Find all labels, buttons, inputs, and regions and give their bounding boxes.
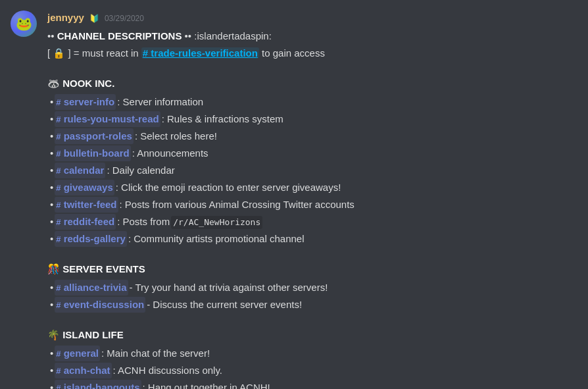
bullet-dots: •• [47,30,55,41]
channel-link-general[interactable]: # general [55,346,100,361]
island-life-title: ISLAND LIFE [62,329,124,340]
channel-descriptions-header: •• CHANNEL DESCRIPTIONS •• :islandertada… [47,28,577,44]
channel-link-reddit[interactable]: # reddit-feed [55,214,116,230]
section-nook-inc-header: 🦝 NOOK INC. [47,76,577,91]
username: jennyyy [47,11,84,26]
bracket-open: [ [47,47,50,59]
island-emoji: :islandertadaspin: [194,30,272,41]
channel-desc-giveaways: : Click the emoji reaction to enter serv… [116,180,341,195]
message-content: •• CHANNEL DESCRIPTIONS •• :islandertada… [47,28,577,390]
bracket-close: ] [68,47,71,59]
channel-twitter-feed: • # twitter-feed : Posts from various An… [50,197,577,213]
nook-title: NOOK INC. [62,78,114,89]
events-title: SERVER EVENTS [62,263,145,274]
channel-desc-general: : Main chat of the server! [101,346,210,361]
channel-server-info: • # server-info : Server information [50,94,577,110]
avatar: 🐸 [11,11,37,37]
message-container: 🐸 jennyyy 🔰 03/29/2020 •• CHANNEL DESCRI… [0,0,588,389]
channel-passport-roles: • # passport-roles : Select roles here! [50,128,577,144]
channel-rules: • # rules-you-must-read : Rules & infrac… [50,111,577,127]
channel-island-hangouts: • # island-hangouts : Hang out together … [50,380,577,390]
channel-giveaways: • # giveaways : Click the emoji reaction… [50,180,577,195]
channel-reddit-feed: • # reddit-feed : Posts from /r/AC_NewHo… [50,214,577,230]
bullet-dots-2: •• [185,30,192,41]
bullet-dot: • [50,231,53,247]
bullet-dot: • [50,297,53,313]
bullet-dot: • [50,363,53,378]
channel-desc-event-disc: - Discuss the current server events! [147,297,302,313]
bullet-dot: • [50,380,53,390]
bullet-dot: • [50,346,53,361]
channel-desc-passport: : Select roles here! [135,128,217,144]
channel-desc-trivia: - Try your hand at trivia against other … [130,280,328,296]
channel-link-hangouts[interactable]: # island-hangouts [55,380,141,390]
channel-general: • # general : Main chat of the server! [50,346,577,361]
lock-line: [ 🔒 ] = must react in # trade-rules-veri… [47,45,577,61]
channel-link-rules[interactable]: # rules-you-must-read [55,111,160,127]
channel-link-event-disc[interactable]: # event-discussion [55,297,145,313]
channel-acnh-chat: • # acnh-chat : ACNH discussions only. [50,363,577,378]
channel-redds-gallery: • # redds-gallery : Community artists pr… [50,231,577,247]
channel-link-giveaways[interactable]: # giveaways [55,180,114,195]
lock-suffix: to gain access [262,47,325,59]
bullet-dot: • [50,128,53,144]
channel-desc-server-info: : Server information [117,94,203,110]
channel-bulletin-board: • # bulletin-board : Announcements [50,145,577,161]
channel-desc-acnh: : ACNH discussions only. [113,363,222,378]
nook-emoji: 🦝 [47,78,62,89]
bullet-dot: • [50,111,53,127]
verification-channel-link[interactable]: # trade-rules-verification [141,47,259,59]
channel-link-bulletin[interactable]: # bulletin-board [55,145,130,161]
lock-emoji: 🔒 [53,47,68,59]
section-server-events-header: 🎊 SERVER EVENTS [47,261,577,277]
timestamp: 03/29/2020 [105,13,144,24]
bullet-dot: • [50,163,53,178]
channel-desc-calendar: : Daily calendar [107,163,174,178]
channel-desc-twitter: : Posts from various Animal Crossing Twi… [120,197,355,213]
channel-link-trivia[interactable]: # alliance-trivia [55,280,128,296]
bullet-dot: • [50,197,53,213]
events-emoji: 🎊 [47,263,62,274]
channel-link-passport[interactable]: # passport-roles [55,128,134,144]
channel-desc-hangouts: : Hang out together in ACNH! [143,380,270,390]
channel-desc-bulletin: : Announcements [132,145,208,161]
bullet-dot: • [50,280,53,296]
channel-link-calendar[interactable]: # calendar [55,163,105,178]
lock-text: = must react in [74,47,141,59]
channel-link-twitter[interactable]: # twitter-feed [55,197,118,213]
channel-alliance-trivia: • # alliance-trivia - Try your hand at t… [50,280,577,296]
bullet-dot: • [50,180,53,195]
channel-desc-reddit-pre: : Posts from [117,214,170,230]
island-life-emoji: 🌴 [47,329,62,340]
bullet-dot: • [50,145,53,161]
channel-link-acnh[interactable]: # acnh-chat [55,363,111,378]
header-title: CHANNEL DESCRIPTIONS [57,30,185,41]
channel-link-redds[interactable]: # redds-gallery [55,231,127,247]
channel-event-discussion: • # event-discussion - Discuss the curre… [50,297,577,313]
channel-desc-redds: : Community artists promotional channel [128,231,305,247]
section-island-life-header: 🌴 ISLAND LIFE [47,327,577,343]
channel-desc-rules: : Rules & infractions system [162,111,283,127]
bullet-dot: • [50,94,53,110]
channel-desc-reddit-mono: /r/AC_NewHorizons [171,216,262,230]
verified-icon: 🔰 [89,13,99,24]
channel-link-server-info[interactable]: # server-info [55,94,116,110]
message-header: jennyyy 🔰 03/29/2020 [47,11,577,26]
channel-calendar: • # calendar : Daily calendar [50,163,577,178]
bullet-dot: • [50,214,53,230]
